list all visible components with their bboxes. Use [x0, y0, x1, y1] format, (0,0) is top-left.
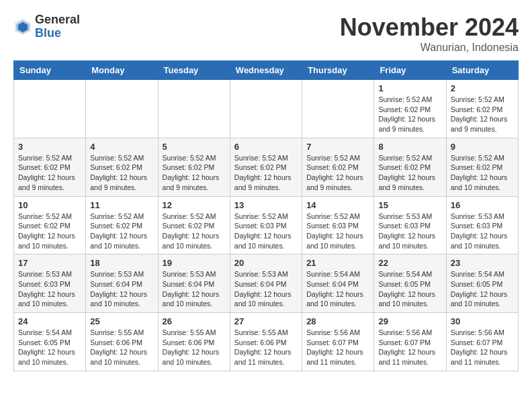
calendar-cell: 7Sunrise: 5:52 AM Sunset: 6:02 PM Daylig…: [302, 138, 374, 196]
calendar-cell: 9Sunrise: 5:52 AM Sunset: 6:02 PM Daylig…: [446, 138, 518, 196]
day-number: 1: [378, 83, 441, 93]
day-info: Sunrise: 5:56 AM Sunset: 6:07 PM Dayligh…: [306, 328, 369, 367]
calendar-week-row: 17Sunrise: 5:53 AM Sunset: 6:03 PM Dayli…: [14, 255, 519, 313]
calendar-cell: 11Sunrise: 5:52 AM Sunset: 6:02 PM Dayli…: [86, 196, 158, 255]
calendar-week-row: 10Sunrise: 5:52 AM Sunset: 6:02 PM Dayli…: [14, 196, 519, 255]
calendar-cell: 15Sunrise: 5:53 AM Sunset: 6:03 PM Dayli…: [374, 196, 446, 255]
day-number: 2: [451, 83, 514, 93]
column-header-sunday: Sunday: [14, 61, 86, 80]
day-info: Sunrise: 5:53 AM Sunset: 6:03 PM Dayligh…: [18, 269, 81, 309]
calendar-cell: 24Sunrise: 5:54 AM Sunset: 6:05 PM Dayli…: [14, 313, 86, 371]
day-number: 28: [306, 316, 369, 326]
calendar-cell: [302, 80, 374, 138]
calendar-cell: 1Sunrise: 5:52 AM Sunset: 6:02 PM Daylig…: [374, 80, 446, 138]
day-number: 4: [90, 142, 153, 152]
day-number: 9: [451, 142, 514, 152]
calendar-cell: 6Sunrise: 5:52 AM Sunset: 6:02 PM Daylig…: [230, 138, 302, 196]
day-info: Sunrise: 5:52 AM Sunset: 6:02 PM Dayligh…: [378, 95, 441, 134]
calendar-cell: 13Sunrise: 5:52 AM Sunset: 6:03 PM Dayli…: [230, 196, 302, 255]
day-number: 12: [163, 200, 226, 210]
day-info: Sunrise: 5:53 AM Sunset: 6:04 PM Dayligh…: [163, 269, 226, 309]
calendar-week-row: 24Sunrise: 5:54 AM Sunset: 6:05 PM Dayli…: [14, 313, 519, 371]
column-header-thursday: Thursday: [302, 61, 374, 80]
calendar-cell: 28Sunrise: 5:56 AM Sunset: 6:07 PM Dayli…: [302, 313, 374, 371]
day-number: 19: [163, 258, 226, 268]
day-info: Sunrise: 5:54 AM Sunset: 6:04 PM Dayligh…: [306, 269, 369, 309]
location-subtitle: Wanurian, Indonesia: [340, 42, 519, 54]
day-number: 13: [234, 200, 298, 210]
day-number: 27: [234, 316, 298, 326]
day-info: Sunrise: 5:54 AM Sunset: 6:05 PM Dayligh…: [18, 328, 81, 367]
page-header: General Blue November 2024 Wanurian, Ind…: [13, 13, 519, 54]
day-number: 29: [378, 316, 441, 326]
calendar-cell: 29Sunrise: 5:56 AM Sunset: 6:07 PM Dayli…: [374, 313, 446, 371]
day-number: 11: [90, 200, 153, 210]
day-number: 21: [306, 258, 369, 268]
day-info: Sunrise: 5:52 AM Sunset: 6:03 PM Dayligh…: [306, 212, 369, 251]
calendar-cell: [158, 80, 230, 138]
calendar-cell: 3Sunrise: 5:52 AM Sunset: 6:02 PM Daylig…: [14, 138, 86, 196]
day-number: 7: [306, 142, 369, 152]
day-info: Sunrise: 5:52 AM Sunset: 6:02 PM Dayligh…: [451, 95, 514, 134]
day-number: 14: [306, 200, 369, 210]
calendar-table: SundayMondayTuesdayWednesdayThursdayFrid…: [13, 60, 519, 371]
calendar-cell: 10Sunrise: 5:52 AM Sunset: 6:02 PM Dayli…: [14, 196, 86, 255]
day-info: Sunrise: 5:52 AM Sunset: 6:02 PM Dayligh…: [90, 153, 153, 193]
day-info: Sunrise: 5:56 AM Sunset: 6:07 PM Dayligh…: [378, 328, 441, 367]
day-number: 23: [451, 258, 514, 268]
calendar-cell: 14Sunrise: 5:52 AM Sunset: 6:03 PM Dayli…: [302, 196, 374, 255]
day-number: 3: [18, 142, 81, 152]
day-number: 17: [18, 258, 81, 268]
calendar-cell: 19Sunrise: 5:53 AM Sunset: 6:04 PM Dayli…: [158, 255, 230, 313]
calendar-cell: [86, 80, 158, 138]
day-info: Sunrise: 5:53 AM Sunset: 6:03 PM Dayligh…: [378, 212, 441, 251]
calendar-week-row: 3Sunrise: 5:52 AM Sunset: 6:02 PM Daylig…: [14, 138, 519, 196]
calendar-cell: 25Sunrise: 5:55 AM Sunset: 6:06 PM Dayli…: [86, 313, 158, 371]
day-info: Sunrise: 5:52 AM Sunset: 6:02 PM Dayligh…: [451, 153, 514, 193]
calendar-cell: [230, 80, 302, 138]
day-number: 15: [378, 200, 441, 210]
day-number: 25: [90, 316, 153, 326]
day-info: Sunrise: 5:52 AM Sunset: 6:02 PM Dayligh…: [163, 212, 226, 251]
day-info: Sunrise: 5:55 AM Sunset: 6:06 PM Dayligh…: [90, 328, 153, 367]
day-info: Sunrise: 5:52 AM Sunset: 6:02 PM Dayligh…: [90, 212, 153, 251]
day-number: 8: [378, 142, 441, 152]
month-title: November 2024: [340, 13, 519, 42]
calendar-cell: 23Sunrise: 5:54 AM Sunset: 6:05 PM Dayli…: [446, 255, 518, 313]
day-number: 18: [90, 258, 153, 268]
day-number: 16: [451, 200, 514, 210]
day-info: Sunrise: 5:52 AM Sunset: 6:02 PM Dayligh…: [18, 212, 81, 251]
day-info: Sunrise: 5:55 AM Sunset: 6:06 PM Dayligh…: [163, 328, 226, 367]
calendar-cell: 8Sunrise: 5:52 AM Sunset: 6:02 PM Daylig…: [374, 138, 446, 196]
calendar-cell: 2Sunrise: 5:52 AM Sunset: 6:02 PM Daylig…: [446, 80, 518, 138]
logo: General Blue: [13, 13, 80, 40]
day-info: Sunrise: 5:53 AM Sunset: 6:03 PM Dayligh…: [451, 212, 514, 251]
day-number: 24: [18, 316, 81, 326]
calendar-cell: 4Sunrise: 5:52 AM Sunset: 6:02 PM Daylig…: [86, 138, 158, 196]
day-info: Sunrise: 5:52 AM Sunset: 6:02 PM Dayligh…: [163, 153, 226, 193]
day-info: Sunrise: 5:52 AM Sunset: 6:02 PM Dayligh…: [18, 153, 81, 193]
day-info: Sunrise: 5:55 AM Sunset: 6:06 PM Dayligh…: [234, 328, 298, 367]
logo-text: General Blue: [35, 13, 80, 40]
calendar-cell: 26Sunrise: 5:55 AM Sunset: 6:06 PM Dayli…: [158, 313, 230, 371]
day-number: 6: [234, 142, 298, 152]
day-info: Sunrise: 5:56 AM Sunset: 6:07 PM Dayligh…: [451, 328, 514, 367]
day-number: 30: [451, 316, 514, 326]
calendar-cell: 21Sunrise: 5:54 AM Sunset: 6:04 PM Dayli…: [302, 255, 374, 313]
day-info: Sunrise: 5:53 AM Sunset: 6:04 PM Dayligh…: [234, 269, 298, 309]
day-info: Sunrise: 5:52 AM Sunset: 6:02 PM Dayligh…: [378, 153, 441, 193]
column-header-saturday: Saturday: [446, 61, 518, 80]
calendar-cell: 30Sunrise: 5:56 AM Sunset: 6:07 PM Dayli…: [446, 313, 518, 371]
calendar-cell: 17Sunrise: 5:53 AM Sunset: 6:03 PM Dayli…: [14, 255, 86, 313]
calendar-week-row: 1Sunrise: 5:52 AM Sunset: 6:02 PM Daylig…: [14, 80, 519, 138]
calendar-header-row: SundayMondayTuesdayWednesdayThursdayFrid…: [14, 61, 519, 80]
day-number: 26: [163, 316, 226, 326]
column-header-tuesday: Tuesday: [158, 61, 230, 80]
calendar-cell: 22Sunrise: 5:54 AM Sunset: 6:05 PM Dayli…: [374, 255, 446, 313]
column-header-monday: Monday: [86, 61, 158, 80]
column-header-friday: Friday: [374, 61, 446, 80]
day-number: 22: [378, 258, 441, 268]
calendar-cell: 16Sunrise: 5:53 AM Sunset: 6:03 PM Dayli…: [446, 196, 518, 255]
day-info: Sunrise: 5:54 AM Sunset: 6:05 PM Dayligh…: [451, 269, 514, 309]
day-info: Sunrise: 5:54 AM Sunset: 6:05 PM Dayligh…: [378, 269, 441, 309]
